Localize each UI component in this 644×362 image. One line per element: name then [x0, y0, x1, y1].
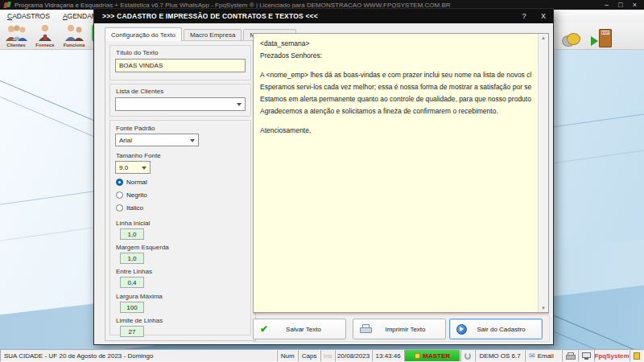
status-time: 13:43:46 [372, 349, 404, 362]
status-brand: FpqSystem [594, 349, 630, 362]
radio-normal[interactable]: Normal [116, 179, 147, 186]
limite-linhas-label: Limite de Linhas [116, 317, 163, 324]
check-icon: ✔ [260, 324, 268, 334]
printer-icon [566, 352, 574, 360]
toolbar-fornecedores-button[interactable]: Fornece [31, 23, 60, 49]
dialog-titlebar: >>> CADASTRO E IMPRESSÃO DE CONTRATOS E … [94, 9, 553, 23]
status-email-button[interactable]: ✉ Email [525, 349, 562, 362]
memo-vertical-scrollbar[interactable]: ▲ ▼ [538, 34, 548, 312]
chevron-down-icon [190, 139, 195, 145]
tab-macro-empresa[interactable]: Macro Empresa [184, 29, 242, 41]
dialog-title: >>> CADASTRO E IMPRESSÃO DE CONTRATOS E … [102, 12, 318, 20]
tamanho-fonte-select[interactable]: 9.0 [115, 161, 151, 174]
status-bar: SUA CIDADE - UF 20 de Agosto de 2023 - D… [0, 349, 644, 362]
entre-linhas-label: Entre Linhas [116, 268, 152, 275]
coins-icon [561, 31, 582, 48]
tab-configuracao-do-texto[interactable]: Configuração do Texto [105, 27, 182, 41]
user-badge-icon [415, 353, 420, 359]
formato-groupbox: Fonte Padrão Arial Tamanho Fonte 9.0 Nor… [109, 120, 251, 335]
clients-people-icon [4, 25, 28, 43]
cadastro-textos-dialog: >>> CADASTRO E IMPRESSÃO DE CONTRATOS E … [93, 8, 554, 345]
linha-inicial-input[interactable]: 1,0 [120, 228, 144, 240]
status-user-level: MASTER [404, 349, 460, 362]
salvar-texto-button[interactable]: ✔ Salvar Texto [253, 319, 346, 339]
titulo-input[interactable]: BOAS VINDAS [115, 59, 246, 72]
status-ins: Ins [320, 349, 335, 362]
employees-people-icon [62, 25, 86, 43]
lista-clientes-label: Lista de Clientes [116, 88, 163, 95]
radio-dot-icon [116, 179, 123, 186]
fonte-padrao-select[interactable]: Arial [115, 134, 199, 146]
margem-esquerda-label: Margem Esquerda [116, 244, 169, 251]
toolbar-clientes-button[interactable]: Clientes [2, 23, 31, 49]
exit-door-icon: EXIT [591, 29, 612, 48]
toolbar-exit-button[interactable]: EXIT [587, 23, 616, 49]
menu-cadastros[interactable]: CADASTROS [7, 12, 50, 20]
radio-italico[interactable]: Italico [116, 204, 143, 212]
app-logo-icon [4, 2, 11, 8]
maximize-button[interactable]: □ [618, 1, 622, 9]
printer-icon [360, 324, 372, 334]
limite-linhas-input[interactable]: 27 [120, 326, 144, 337]
radio-dot-icon [116, 191, 123, 199]
sync-icon [464, 352, 471, 360]
memo-textarea[interactable]: <data_semana> Prezados Senhores: A <nome… [253, 33, 549, 313]
sair-cadastro-button[interactable]: Sair do Cadastro [449, 319, 543, 339]
titulo-groupbox: Título do Texto BOAS VINDAS [109, 45, 251, 80]
envelope-icon: ✉ [529, 352, 535, 360]
status-user [630, 349, 644, 362]
config-tab-page: Título do Texto BOAS VINDAS Lista de Cli… [105, 40, 256, 341]
chevron-down-icon [142, 167, 147, 172]
exit-arrow-icon [456, 324, 467, 335]
linha-inicial-label: Linha Inicial [116, 220, 150, 227]
largura-maxima-label: Largura Máxima [116, 293, 163, 300]
dialog-help-button[interactable]: ? [514, 12, 534, 20]
tamanho-fonte-label: Tamanho Fonte [116, 152, 161, 159]
status-num: Num [277, 349, 298, 362]
radio-dot-icon [116, 204, 123, 212]
toolbar-button-label: Clientes [6, 43, 25, 48]
user-key-icon [634, 352, 640, 360]
status-sync [460, 349, 475, 362]
minimize-button[interactable]: – [605, 1, 609, 9]
status-date: 20/08/2023 [335, 349, 372, 362]
suppliers-people-icon [33, 25, 57, 43]
monitor-icon [582, 352, 590, 360]
largura-maxima-input[interactable]: 100 [120, 302, 144, 313]
application-window: { "window": { "title": "Programa Vidraça… [0, 0, 644, 362]
lista-clientes-groupbox: Lista de Clientes [109, 84, 251, 117]
imprimir-texto-button[interactable]: Imprimir Texto [353, 319, 446, 339]
memo-text: <data_semana> Prezados Senhores: A <nome… [254, 34, 538, 312]
toolbar-funcionarios-button[interactable]: Funciona [60, 23, 89, 49]
chevron-down-icon [237, 103, 242, 109]
scroll-down-icon[interactable]: ▼ [541, 306, 546, 311]
status-city: SUA CIDADE - UF 20 de Agosto de 2023 - D… [0, 349, 277, 362]
status-version: DEMO OS 6.7 [475, 349, 525, 362]
status-network-button[interactable] [578, 349, 594, 362]
margem-esquerda-input[interactable]: 1,0 [120, 253, 144, 264]
toolbar-button-label: Fornece [35, 43, 54, 48]
dialog-close-button[interactable]: X [534, 12, 553, 20]
status-caps: Caps [298, 349, 320, 362]
titulo-label: Título do Texto [116, 49, 158, 56]
scroll-up-icon[interactable]: ▲ [541, 35, 546, 40]
radio-negrito[interactable]: Negrito [116, 191, 147, 199]
toolbar-button-label: Funciona [64, 43, 85, 48]
fonte-padrao-label: Fonte Padrão [116, 125, 155, 132]
lista-clientes-select[interactable] [115, 97, 246, 111]
status-print-button[interactable] [562, 349, 578, 362]
close-button[interactable]: × [633, 1, 637, 9]
entre-linhas-input[interactable]: 0,4 [120, 277, 144, 288]
toolbar-financeiro-button[interactable] [557, 23, 586, 49]
